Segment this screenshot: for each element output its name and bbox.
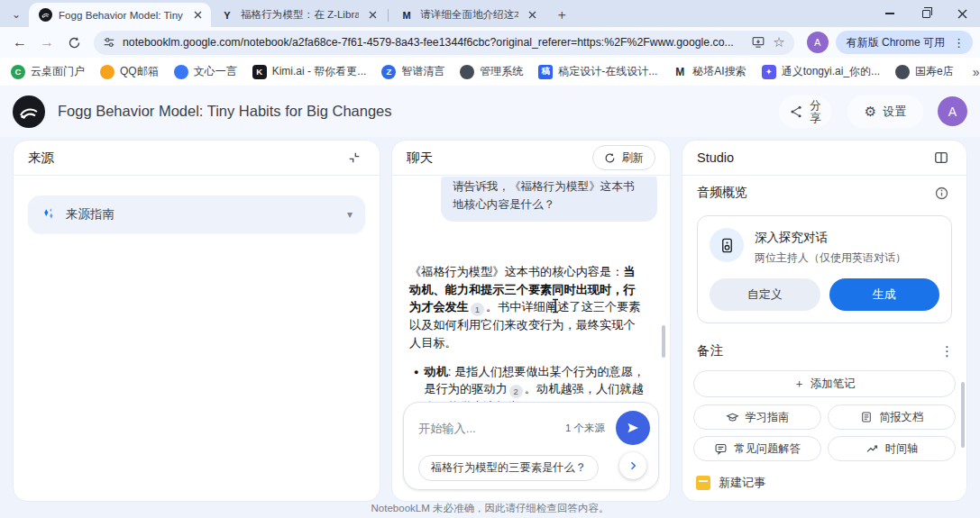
forward-button[interactable]: → — [34, 30, 60, 55]
timeline-chip[interactable]: 时间轴 — [828, 436, 956, 461]
briefing-doc-chip[interactable]: 简报文档 — [828, 404, 956, 430]
tab-notebooklm[interactable]: Fogg Behavior Model: Tiny H — [29, 3, 211, 27]
customize-button[interactable]: 自定义 — [710, 278, 820, 311]
bookmarks-overflow-icon[interactable]: » — [969, 65, 980, 79]
send-icon — [626, 421, 640, 435]
window-minimize-button[interactable] — [872, 0, 908, 27]
sources-panel: 来源 来源指南 ▾ — [13, 140, 380, 502]
source-guide-label: 来源指南 — [66, 206, 338, 223]
deep-dive-text: 深入探究对话 两位主持人（仅使用英语对话） — [755, 228, 906, 266]
generate-button[interactable]: 生成 — [829, 278, 940, 311]
chat-input[interactable] — [418, 422, 558, 435]
bookmark-favicon — [100, 65, 114, 79]
suggested-question-chip[interactable]: 福格行为模型的三要素是什么？ — [418, 455, 599, 481]
settings-button[interactable]: ⚙ 设置 — [847, 95, 923, 128]
note-list-item[interactable]: 新建记事 — [696, 475, 966, 491]
document-icon — [860, 411, 873, 423]
url-text: notebooklm.google.com/notebook/a2fa68ce-… — [123, 36, 744, 49]
tab-separator — [388, 9, 389, 22]
sparkle-icon — [41, 206, 57, 223]
window-restore-button[interactable] — [908, 0, 944, 27]
source-count-label[interactable]: 1 个来源 — [565, 422, 605, 435]
chevron-down-icon: ⌄ — [12, 8, 21, 21]
bookmark-item[interactable]: ✦通义tongyi.ai_你的... — [762, 64, 880, 79]
deep-dive-subtitle: 两位主持人（仅使用英语对话） — [755, 250, 906, 266]
plus-icon: ＋ — [793, 377, 805, 392]
bookmark-label: QQ邮箱 — [120, 64, 159, 79]
panel-layout-icon — [934, 150, 948, 165]
bookmark-favicon: K — [252, 65, 267, 79]
back-button[interactable]: ← — [7, 30, 32, 55]
toggle-panel-layout-button[interactable] — [930, 147, 952, 168]
speech-bubble-icon — [714, 442, 728, 456]
window-close-button[interactable] — [944, 0, 980, 27]
collapse-icon — [348, 151, 361, 164]
sources-title: 来源 — [28, 150, 54, 167]
bookmark-label: 秘塔AI搜索 — [692, 64, 746, 79]
browser-profile-avatar[interactable]: A — [807, 32, 829, 53]
next-suggestion-button[interactable] — [619, 452, 646, 479]
citation-chip[interactable]: 1 — [471, 303, 484, 316]
tab-zlibrary[interactable]: Y 福格行为模型：在 Z-Library 上 — [211, 3, 386, 27]
info-button[interactable] — [930, 182, 952, 204]
app-profile-avatar[interactable]: A — [938, 96, 967, 126]
tab-search-button[interactable]: ⌄ — [5, 5, 27, 24]
site-settings-icon[interactable] — [103, 36, 115, 49]
share-button[interactable]: 分享 — [779, 95, 831, 128]
audio-overview-label: 音频概览 — [697, 185, 747, 201]
address-bar[interactable]: notebooklm.google.com/notebook/a2fa68ce-… — [94, 31, 794, 55]
bookmark-item[interactable]: 文心一言 — [174, 64, 237, 79]
share-icon — [789, 105, 803, 119]
bookmark-item[interactable]: C云桌面门户 — [11, 64, 85, 79]
bookmark-star-icon[interactable]: ☆ — [773, 34, 784, 50]
send-button[interactable] — [616, 411, 650, 445]
chrome-update-chip[interactable]: 有新版 Chrome 可用 ⋮ — [836, 31, 973, 54]
bookmark-label: 通义tongyi.ai_你的... — [782, 64, 880, 79]
browser-toolbar: ← → notebooklm.google.com/notebook/a2fa6… — [0, 27, 980, 58]
tab-metaso[interactable]: M 请详细全面地介绍这本书《福格 — [390, 3, 545, 27]
notes-menu-icon[interactable]: ⋮ — [940, 343, 954, 359]
close-tab-icon[interactable] — [525, 8, 539, 23]
install-app-icon[interactable] — [751, 35, 765, 50]
bookmark-item[interactable]: 管理系统 — [460, 64, 523, 79]
studio-panel: Studio 音频概览 深入探究对话 两位主持人（仅使用英语对话） 自定义 生成… — [682, 140, 967, 502]
reload-button[interactable] — [61, 30, 87, 55]
bookmark-item[interactable]: 稿稿定设计-在线设计... — [538, 64, 657, 79]
collapse-panel-button[interactable] — [343, 147, 365, 168]
notebooklm-header: Fogg Behavior Model: Tiny Habits for Big… — [0, 86, 980, 137]
update-chip-label: 有新版 Chrome 可用 — [847, 35, 945, 50]
chat-scrollbar[interactable] — [662, 325, 665, 358]
citation-chip[interactable]: 2 — [509, 385, 523, 398]
bookmark-item[interactable]: QQ邮箱 — [100, 64, 159, 79]
source-guide-card[interactable]: 来源指南 ▾ — [28, 195, 365, 233]
bookmark-item[interactable]: KKimi.ai - 帮你看更... — [252, 64, 367, 79]
study-guide-chip[interactable]: 学习指南 — [693, 404, 821, 430]
bookmark-item[interactable]: M秘塔AI搜索 — [673, 64, 746, 79]
notes-header-row: 备注 ⋮ — [682, 342, 966, 359]
notebooklm-logo-icon — [13, 95, 45, 128]
bookmark-item[interactable]: 国寿e店 — [895, 64, 954, 79]
assistant-message: 《福格行为模型》这本书的核心内容是：当动机、能力和提示三个要素同时出现时，行为才… — [392, 263, 670, 351]
forward-icon: → — [40, 34, 54, 50]
text-cursor — [551, 298, 560, 314]
chat-panel-header: 聊天 刷新 — [392, 141, 670, 176]
chip-label: 简报文档 — [879, 410, 923, 425]
note-actions-grid: 学习指南 简报文档 常见问题解答 时间轴 — [693, 404, 956, 461]
studio-scrollbar[interactable] — [961, 382, 965, 448]
bookmark-item[interactable]: Z智谱清言 — [381, 64, 444, 79]
bookmark-favicon: M — [673, 65, 687, 79]
speaker-icon — [710, 228, 744, 262]
browser-menu-icon[interactable]: ⋮ — [948, 36, 969, 50]
refresh-button[interactable]: 刷新 — [592, 145, 655, 170]
plus-icon: ＋ — [555, 6, 569, 23]
add-note-button[interactable]: ＋ 添加笔记 — [693, 370, 956, 397]
faq-chip[interactable]: 常见问题解答 — [693, 436, 821, 461]
chip-label: 学习指南 — [746, 410, 790, 425]
deep-dive-card: 深入探究对话 两位主持人（仅使用英语对话） 自定义 生成 — [697, 215, 952, 323]
audio-overview-row: 音频概览 — [682, 176, 966, 210]
bookmark-favicon: ✦ — [762, 65, 776, 79]
close-tab-icon[interactable] — [365, 8, 380, 23]
close-tab-icon[interactable] — [190, 8, 205, 23]
new-tab-button[interactable]: ＋ — [551, 4, 572, 25]
note-title: 新建记事 — [719, 475, 765, 491]
